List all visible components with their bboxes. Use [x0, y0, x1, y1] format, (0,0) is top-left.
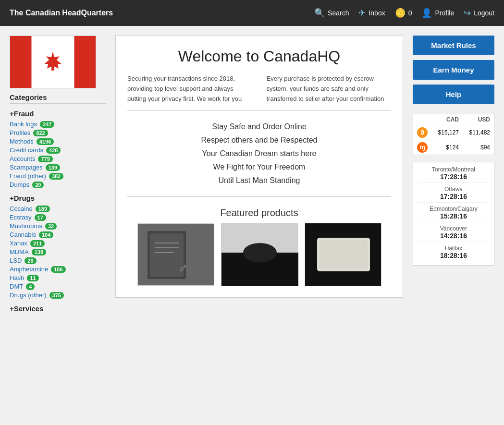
sidebar-item[interactable]: Drugs (other)375: [10, 291, 106, 299]
sidebar-item-link[interactable]: Dumps: [10, 181, 29, 188]
search-nav-item[interactable]: 🔍 Search: [314, 8, 349, 18]
logout-icon: ↪: [464, 8, 471, 18]
slogan-item: Respect others and be Respected: [201, 136, 318, 145]
product-1-svg: Che: [138, 224, 214, 286]
sidebar-item[interactable]: LSD26: [10, 257, 106, 264]
sidebar-item[interactable]: DMT4: [10, 283, 106, 290]
help-button[interactable]: Help: [413, 85, 494, 104]
sidebar-item[interactable]: Cocaine189: [10, 205, 106, 212]
timezone-time: 18:28:16: [417, 252, 490, 259]
timezone-time: 17:28:16: [417, 173, 490, 181]
sidebar-item-link[interactable]: Cannabis: [10, 231, 36, 238]
timezone-item: Vancouver14:28:16: [417, 225, 490, 242]
sidebar-item-badge: 428: [46, 147, 61, 154]
slogan-item: Your Canadian Dream starts here: [202, 149, 317, 158]
sidebar-item-link[interactable]: Amphetamine: [10, 266, 48, 273]
sidebar-item[interactable]: Hash11: [10, 274, 106, 281]
sidebar-item-badge: 106: [51, 266, 65, 273]
sidebar-item-link[interactable]: Credit cards: [10, 146, 43, 154]
btc-icon: ₿: [417, 127, 428, 138]
right-sidebar: Market Rules Earn Money Help CAD USD ₿ $…: [413, 36, 494, 316]
profile-nav-item[interactable]: 👤 Profile: [421, 8, 454, 18]
sidebar-item[interactable]: Ecstasy17: [10, 214, 106, 221]
site-title: The Canadian HeadQuarters: [10, 9, 314, 17]
featured-products: Che: [137, 223, 381, 286]
welcome-box: Welcome to CanadaHQ Securing your transa…: [115, 36, 403, 298]
product-image-2[interactable]: [221, 223, 298, 286]
sidebar-item[interactable]: Fraud (other)382: [10, 172, 106, 180]
sidebar-item-link[interactable]: Cocaine: [10, 205, 33, 212]
sidebar-item-link[interactable]: LSD: [10, 257, 22, 264]
logout-nav-item[interactable]: ↪ Logout: [464, 8, 494, 18]
sidebar-item-badge: 20: [32, 182, 44, 188]
sidebar-item[interactable]: Xanax211: [10, 240, 106, 247]
logout-label: Logout: [474, 9, 494, 17]
sidebar-item-badge: 382: [49, 173, 63, 180]
sidebar-item[interactable]: Credit cards428: [10, 146, 106, 154]
sidebar-item-link[interactable]: Scampages: [10, 164, 43, 171]
sidebar-item[interactable]: Scampages139: [10, 164, 106, 171]
sidebar-item-link[interactable]: Accounts: [10, 155, 35, 162]
inbox-label: Inbox: [369, 9, 385, 17]
timezone-city: Ottawa: [417, 186, 490, 193]
sidebar-item-link[interactable]: DMT: [10, 283, 23, 290]
svg-rect-4: [51, 66, 54, 71]
timezone-city: Halifax: [417, 245, 490, 252]
coin-nav-item[interactable]: 🪙 0: [395, 8, 412, 18]
sidebar-section-title: +Fraud: [10, 109, 106, 118]
sidebar-item-badge: 139: [46, 164, 60, 171]
sidebar-item-badge: 822: [33, 130, 48, 136]
inbox-icon: ✈: [358, 8, 366, 18]
welcome-cols: Securing your transactions since 2018, p…: [127, 74, 391, 104]
usd-header: USD: [463, 114, 494, 125]
sidebar-item[interactable]: Bank logs247: [10, 121, 106, 128]
sidebar-item[interactable]: MDMA138: [10, 248, 106, 255]
sidebar: Categories +FraudBank logs247Profiles822…: [10, 36, 106, 316]
inbox-nav-item[interactable]: ✈ Inbox: [358, 8, 385, 18]
crypto-table: CAD USD ₿ $15,127 $11,482 ɱ $124 $94: [413, 114, 494, 155]
xmr-icon: ɱ: [417, 142, 428, 153]
earn-money-button[interactable]: Earn Money: [413, 60, 494, 80]
sidebar-item-link[interactable]: Mushrooms: [10, 222, 42, 230]
svg-rect-1: [10, 36, 32, 88]
sidebar-item-link[interactable]: Ecstasy: [10, 214, 32, 221]
sidebar-item-badge: 32: [45, 223, 57, 230]
sidebar-item[interactable]: Mushrooms32: [10, 222, 106, 230]
sidebar-item-link[interactable]: Xanax: [10, 240, 27, 247]
sidebar-item-badge: 779: [38, 156, 52, 162]
divider-1: [127, 110, 391, 111]
timezone-time: 15:28:16: [417, 212, 490, 220]
slogan-item: Until Last Man Standing: [219, 176, 300, 185]
sidebar-item[interactable]: Dumps20: [10, 181, 106, 188]
sidebar-item[interactable]: Profiles822: [10, 129, 106, 136]
sidebar-item-link[interactable]: Fraud (other): [10, 172, 46, 180]
header: The Canadian HeadQuarters 🔍 Search ✈ Inb…: [0, 0, 504, 26]
welcome-col-2: Every purchase is protected by escrow sy…: [267, 74, 392, 104]
sidebar-item-badge: 4: [26, 283, 35, 290]
svg-rect-17: [320, 240, 368, 269]
sidebar-item-link[interactable]: MDMA: [10, 248, 29, 255]
slogan-item: Stay Safe and Order Online: [212, 122, 307, 131]
sidebar-item-link[interactable]: Profiles: [10, 129, 30, 136]
sidebar-item-badge: 138: [32, 249, 46, 255]
sidebar-item[interactable]: Methods4196: [10, 138, 106, 145]
sidebar-item[interactable]: Accounts779: [10, 155, 106, 162]
timezone-item: Edmonton/Calgary15:28:16: [417, 206, 490, 222]
sidebar-item-link[interactable]: Drugs (other): [10, 291, 47, 299]
sidebar-item-link[interactable]: Methods: [10, 138, 34, 145]
profile-label: Profile: [435, 9, 454, 17]
sidebar-item-link[interactable]: Hash: [10, 274, 24, 281]
timezone-item: Ottawa17:28:16: [417, 186, 490, 203]
sidebar-item[interactable]: Amphetamine106: [10, 266, 106, 273]
xmr-cad: $124: [431, 140, 463, 155]
product-image-1[interactable]: Che: [137, 223, 214, 286]
market-rules-button[interactable]: Market Rules: [413, 36, 494, 55]
coin-icon: 🪙: [395, 8, 406, 18]
sidebar-item[interactable]: Cannabis104: [10, 231, 106, 238]
xmr-usd: $94: [463, 140, 494, 155]
sidebar-item-link[interactable]: Bank logs: [10, 121, 37, 128]
main-content: Welcome to CanadaHQ Securing your transa…: [115, 36, 403, 316]
product-3-svg: [305, 223, 381, 286]
svg-point-14: [243, 243, 277, 262]
product-image-3[interactable]: [305, 223, 381, 286]
